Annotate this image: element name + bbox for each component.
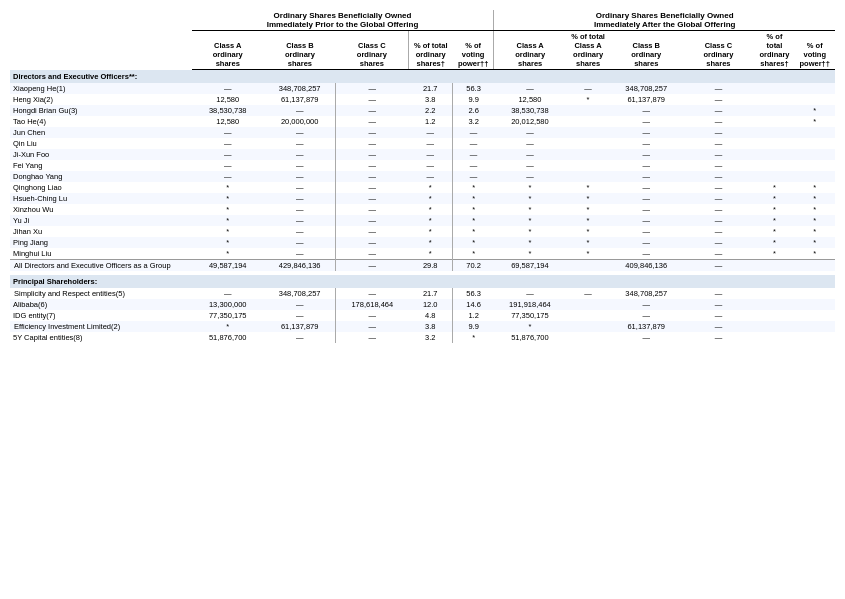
table-cell: 61,137,879 [264,94,336,105]
table-cell: 429,846,136 [264,260,336,272]
table-cell: * [453,332,494,343]
after-offering-header: Ordinary Shares Beneficially OwnedImmedi… [494,10,835,31]
table-cell: Xinzhou Wu [10,204,192,215]
table-cell: 2.6 [453,105,494,116]
table-cell: — [192,171,264,182]
prior-offering-header: Ordinary Shares Beneficially OwnedImmedi… [192,10,494,31]
table-cell: IDG entity(7) [10,310,192,321]
table-cell: — [682,226,754,237]
table-cell: 21.7 [408,288,453,299]
table-cell: 14.6 [453,299,494,310]
table-cell: 61,137,879 [610,94,682,105]
table-cell: 61,137,879 [264,321,336,332]
table-cell: — [336,116,408,127]
table-cell: — [336,160,408,171]
col-header-pct-voting-prior: % ofvotingpower†† [453,31,494,70]
table-cell [754,332,794,343]
table-cell: Yu Ji [10,215,192,226]
table-cell: * [566,226,610,237]
col-header-classc-prior: Class Cordinaryshares [336,31,408,70]
table-cell: — [494,171,566,182]
table-cell: — [264,226,336,237]
table-cell: All Directors and Executive Officers as … [10,260,192,272]
table-cell: * [566,215,610,226]
table-cell: — [336,94,408,105]
table-cell [566,310,610,321]
table-cell [566,171,610,182]
table-cell: — [453,138,494,149]
table-cell: * [794,204,835,215]
table-cell: — [336,248,408,260]
table-cell: * [794,215,835,226]
col-header-pct-total-prior: % of totalordinaryshares† [408,31,453,70]
table-cell: * [192,204,264,215]
table-cell: * [192,182,264,193]
table-cell [794,260,835,272]
table-cell [566,149,610,160]
table-cell [754,321,794,332]
table-cell: 20,000,000 [264,116,336,127]
table-cell: 77,350,175 [192,310,264,321]
table-cell: Jihan Xu [10,226,192,237]
table-cell: * [754,226,794,237]
table-cell: 12,580 [192,116,264,127]
table-cell: 21.7 [408,83,453,94]
table-cell: Tao He(4) [10,116,192,127]
table-cell: * [494,182,566,193]
table-cell: 9.9 [453,321,494,332]
table-cell: — [264,182,336,193]
table-cell: — [682,248,754,260]
table-cell: — [682,138,754,149]
table-cell [794,332,835,343]
table-cell: — [610,105,682,116]
table-cell: 70.2 [453,260,494,272]
table-cell: — [682,116,754,127]
table-cell: * [566,248,610,260]
table-cell: — [336,260,408,272]
table-cell: — [610,237,682,248]
table-cell: * [192,248,264,260]
table-cell [794,127,835,138]
table-cell: * [408,204,453,215]
table-cell: * [754,248,794,260]
table-cell: Heng Xia(2) [10,94,192,105]
table-cell: — [610,127,682,138]
table-cell: * [408,226,453,237]
table-cell: * [794,182,835,193]
table-cell [794,160,835,171]
table-cell [794,299,835,310]
table-cell: 9.9 [453,94,494,105]
table-cell [754,310,794,321]
table-cell: 348,708,257 [264,288,336,299]
table-cell: 409,846,136 [610,260,682,272]
table-cell: — [682,288,754,299]
table-cell: 12,580 [192,94,264,105]
table-cell: * [192,321,264,332]
table-cell [794,83,835,94]
table-cell: — [192,149,264,160]
table-cell: — [264,204,336,215]
table-cell: 61,137,879 [610,321,682,332]
principal-section-header: Principal Shareholders: [10,275,835,288]
table-cell [754,94,794,105]
table-cell: * [794,193,835,204]
table-cell: 56.3 [453,288,494,299]
table-cell: — [610,193,682,204]
table-cell: — [336,182,408,193]
col-header-pct-voting-after: % ofvotingpower†† [794,31,835,70]
table-cell [754,260,794,272]
table-cell: — [408,171,453,182]
table-cell: — [192,83,264,94]
table-cell: — [682,160,754,171]
table-cell: — [610,171,682,182]
table-cell: — [336,215,408,226]
table-cell: * [408,248,453,260]
table-cell: 3.2 [453,116,494,127]
table-cell: * [494,204,566,215]
directors-section-header: Directors and Executive Officers**: [10,70,835,84]
main-table: Ordinary Shares Beneficially OwnedImmedi… [10,10,835,343]
table-cell [754,127,794,138]
table-cell: — [264,138,336,149]
table-cell [754,171,794,182]
table-cell: 38,530,738 [192,105,264,116]
